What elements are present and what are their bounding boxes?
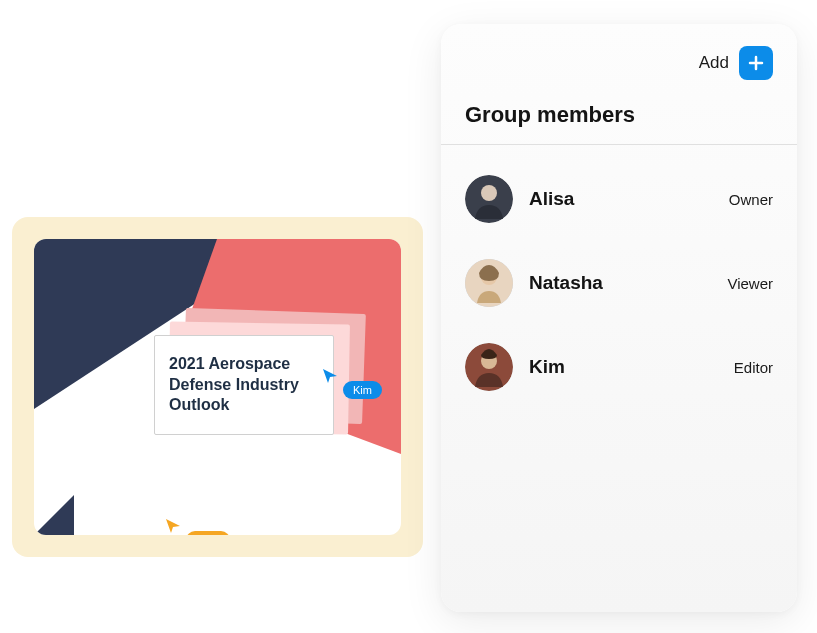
member-row[interactable]: Alisa Owner	[465, 157, 773, 241]
member-role: Viewer	[727, 275, 773, 292]
member-name: Alisa	[529, 188, 729, 210]
panel-title: Group members	[441, 80, 797, 144]
document-card[interactable]: 2021 Aerospace Defense Industry Outlook	[154, 335, 334, 435]
collaborator-cursor-alisa: Alisa	[164, 517, 230, 535]
cursor-label-alisa: Alisa	[186, 531, 230, 535]
member-role: Owner	[729, 191, 773, 208]
member-role: Editor	[734, 359, 773, 376]
members-panel: Add Group members Alisa Owner	[441, 24, 797, 612]
add-member-button[interactable]	[739, 46, 773, 80]
canvas-document[interactable]: 2021 Aerospace Defense Industry Outlook …	[34, 239, 401, 535]
cursor-label-kim: Kim	[343, 381, 382, 399]
plus-icon	[747, 54, 765, 72]
member-row[interactable]: Natasha Viewer	[465, 241, 773, 325]
avatar	[465, 175, 513, 223]
svg-point-1	[481, 185, 497, 201]
add-label: Add	[699, 53, 729, 73]
avatar	[465, 259, 513, 307]
member-name: Kim	[529, 356, 734, 378]
member-row[interactable]: Kim Editor	[465, 325, 773, 409]
canvas-panel: 2021 Aerospace Defense Industry Outlook …	[12, 217, 423, 557]
add-member-row: Add	[441, 46, 797, 80]
avatar	[465, 343, 513, 391]
decorative-corner-dark	[34, 495, 74, 535]
cursor-icon	[164, 517, 182, 535]
collaborator-cursor-kim: Kim	[321, 367, 382, 399]
member-name: Natasha	[529, 272, 727, 294]
member-list: Alisa Owner Natasha Viewer	[441, 145, 797, 409]
cursor-icon	[321, 367, 339, 385]
document-title: 2021 Aerospace Defense Industry Outlook	[169, 354, 319, 416]
